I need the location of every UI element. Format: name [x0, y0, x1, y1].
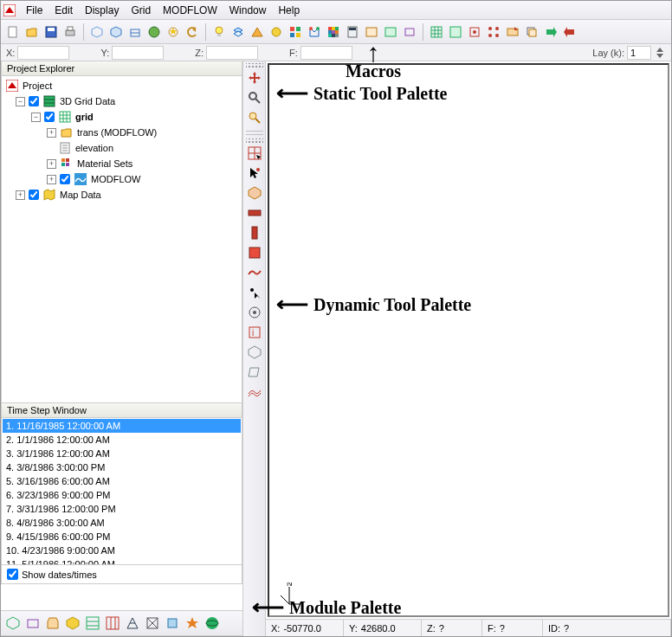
list-item[interactable]: 5. 3/16/1986 6:00:00 AM: [3, 474, 241, 488]
tree-root[interactable]: Project: [3, 78, 242, 93]
mod-cube-icon[interactable]: [164, 614, 181, 632]
time-step-list[interactable]: 1. 11/16/1985 12:00:00 AM2. 1/1/1986 12:…: [1, 418, 242, 565]
tree-3d-grid-data[interactable]: − 3D Grid Data: [3, 93, 242, 109]
mod-grid-a-icon[interactable]: [84, 614, 101, 632]
tree-twisty[interactable]: +: [16, 190, 25, 200]
list-item[interactable]: 10. 4/23/1986 9:00:00 AM: [3, 544, 241, 557]
list-item[interactable]: 3. 3/1/1986 12:00:00 AM: [3, 447, 241, 460]
calc-icon[interactable]: [344, 23, 361, 41]
cell-icon[interactable]: [246, 184, 263, 202]
open-folder-icon[interactable]: [23, 23, 41, 41]
node-icon[interactable]: [485, 23, 502, 41]
options-icon[interactable]: [363, 23, 380, 41]
block-icon[interactable]: [246, 244, 263, 261]
tree-checkbox[interactable]: [29, 96, 39, 106]
node-select-icon[interactable]: [246, 304, 263, 321]
mesh-icon[interactable]: [246, 383, 263, 401]
mod-net-icon[interactable]: [144, 614, 161, 632]
i-tool-icon[interactable]: i: [246, 324, 263, 341]
tree-twisty[interactable]: +: [47, 175, 56, 184]
shear-icon[interactable]: [246, 364, 263, 381]
new-file-icon[interactable]: [4, 23, 22, 41]
coord-lay-input[interactable]: [627, 46, 651, 60]
globe-icon[interactable]: [145, 23, 163, 41]
layer-edit-icon[interactable]: [504, 23, 521, 41]
mod-mesh-icon[interactable]: [124, 614, 141, 632]
menu-grid[interactable]: Grid: [125, 2, 157, 19]
tree-checkbox[interactable]: [60, 174, 70, 184]
zoom-extent-icon[interactable]: [246, 109, 263, 126]
project-explorer[interactable]: Project − 3D Grid Data − grid: [1, 76, 242, 403]
mod-yellow-icon[interactable]: [64, 614, 81, 632]
list-item[interactable]: 7. 3/31/1986 12:00:00 PM: [3, 502, 241, 516]
layer-copy-icon[interactable]: [523, 23, 540, 41]
print-icon[interactable]: [61, 23, 79, 41]
mod-3d-icon[interactable]: [4, 614, 22, 632]
arrow-right-icon[interactable]: [542, 23, 559, 41]
tree-twisty[interactable]: −: [16, 97, 25, 106]
menu-edit[interactable]: Edit: [48, 2, 79, 19]
grid-cells-icon[interactable]: [447, 23, 464, 41]
rect-opts-icon[interactable]: [401, 23, 418, 41]
mod-grid-b-icon[interactable]: [104, 614, 121, 632]
sheet-icon[interactable]: [246, 264, 263, 281]
tree-grid[interactable]: − grid: [3, 109, 242, 125]
cube-tool-icon[interactable]: [246, 344, 263, 361]
list-item[interactable]: 11. 5/1/1986 12:00:00 AM: [3, 557, 241, 565]
list-item[interactable]: 6. 3/23/1986 9:00:00 PM: [3, 488, 241, 502]
grid-green-icon[interactable]: [428, 23, 445, 41]
tree-twisty[interactable]: +: [47, 159, 56, 169]
edge-icon[interactable]: [466, 23, 483, 41]
tree-twisty[interactable]: −: [31, 113, 41, 122]
tree-checkbox[interactable]: [44, 112, 55, 122]
list-item[interactable]: 2. 1/1/1986 12:00:00 AM: [3, 433, 241, 447]
mod-box-icon[interactable]: [24, 614, 42, 632]
menu-window[interactable]: Window: [223, 2, 273, 19]
show-dates-checkbox[interactable]: [7, 569, 18, 580]
tree-elevation[interactable]: elevation: [3, 140, 242, 156]
save-icon[interactable]: [42, 23, 60, 41]
tree-twisty[interactable]: +: [47, 128, 56, 138]
select-grid-icon[interactable]: [246, 145, 263, 162]
lay-spinner[interactable]: [654, 46, 666, 60]
layers-icon[interactable]: [229, 23, 247, 41]
menu-file[interactable]: File: [20, 2, 48, 19]
poly-cube-icon[interactable]: [126, 23, 144, 41]
dot-icon[interactable]: [246, 284, 263, 301]
pyramid-icon[interactable]: [249, 23, 266, 41]
cube-icon[interactable]: [88, 23, 106, 41]
box-options-icon[interactable]: [382, 23, 399, 41]
macros-icon[interactable]: [306, 23, 323, 41]
3d-cube-icon[interactable]: [107, 23, 125, 41]
coord-y-input[interactable]: [112, 46, 164, 60]
globe-small-icon[interactable]: [204, 614, 221, 632]
list-item[interactable]: 9. 4/15/1986 6:00:00 PM: [3, 530, 241, 544]
menu-display[interactable]: Display: [79, 2, 125, 19]
list-item[interactable]: 4. 3/8/1986 3:00:00 PM: [3, 460, 241, 474]
coord-x-input[interactable]: [17, 46, 69, 60]
coord-z-input[interactable]: [206, 46, 258, 60]
arrow-left-icon[interactable]: [561, 23, 578, 41]
color-blocks-icon[interactable]: [287, 23, 304, 41]
tree-modflow[interactable]: + MODFLOW: [3, 171, 242, 187]
coord-f-input[interactable]: [300, 46, 352, 60]
column-icon[interactable]: [246, 224, 263, 241]
zoom-icon[interactable]: [246, 89, 263, 106]
list-item[interactable]: 8. 4/8/1986 3:00:00 AM: [3, 516, 241, 530]
row-icon[interactable]: [246, 204, 263, 222]
mod-prism-icon[interactable]: [44, 614, 61, 632]
pan-icon[interactable]: [246, 69, 263, 87]
menu-help[interactable]: Help: [272, 2, 306, 19]
list-item[interactable]: 1. 11/16/1985 12:00:00 AM: [3, 419, 241, 433]
viewport[interactable]: N: [268, 63, 669, 617]
tree-material-sets[interactable]: + Material Sets: [3, 156, 242, 171]
star-refresh-icon[interactable]: [165, 23, 182, 41]
lightbulb-icon[interactable]: [210, 23, 228, 41]
tree-trans[interactable]: + trans (MODFLOW): [3, 125, 242, 140]
undo-icon[interactable]: [184, 23, 201, 41]
menu-modflow[interactable]: MODFLOW: [157, 2, 223, 19]
color-grid-icon[interactable]: [325, 23, 342, 41]
yellow-lamp-icon[interactable]: [268, 23, 285, 41]
tree-map-data[interactable]: + Map Data: [3, 187, 242, 203]
tree-checkbox[interactable]: [29, 190, 39, 200]
